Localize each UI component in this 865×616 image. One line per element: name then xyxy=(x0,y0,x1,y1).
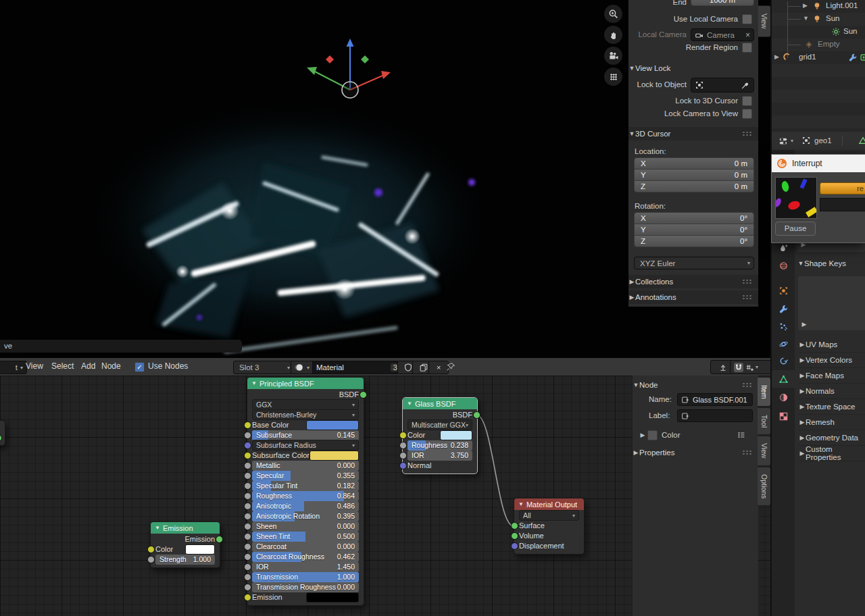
node-row-base-color[interactable]: Base Color xyxy=(252,420,359,430)
node-row-specular[interactable]: Specular0.355 xyxy=(252,471,359,480)
collections-panel-header[interactable]: ▶ Collections xyxy=(628,275,758,288)
node-row-subsurface[interactable]: Subsurface0.145 xyxy=(252,430,359,440)
socket-float[interactable] xyxy=(244,553,251,561)
outliner-label[interactable]: Sun xyxy=(826,14,839,22)
socket-color[interactable] xyxy=(147,546,155,553)
node-properties-panel-header[interactable]: ▶ Properties xyxy=(633,446,758,459)
outliner-item-light-001-0[interactable]: ▶Light.001 xyxy=(772,0,865,13)
socket-float[interactable] xyxy=(244,543,251,550)
view-lock-panel-header[interactable]: ▼ View Lock xyxy=(628,62,758,74)
node-material-output[interactable]: ▼Material OutputAll▾SurfaceVolumeDisplac… xyxy=(514,498,585,555)
node-row-all[interactable]: All▾ xyxy=(519,511,579,520)
caret-right-icon[interactable]: ▶ xyxy=(803,2,808,9)
socket-float[interactable] xyxy=(147,556,155,563)
lock-3d-cursor-checkbox[interactable] xyxy=(742,96,752,106)
socket-float[interactable] xyxy=(244,513,251,520)
panel-grip[interactable] xyxy=(742,382,753,388)
socket-float[interactable] xyxy=(244,523,251,530)
cursor-rotation-y-field[interactable]: Y0° xyxy=(634,224,754,236)
color-swatch[interactable] xyxy=(185,544,215,555)
node-row-specular-tint[interactable]: Specular Tint0.182 xyxy=(252,481,359,490)
node-row-sheen[interactable]: Sheen0.000 xyxy=(252,521,359,531)
cursor-rotation-x-field[interactable]: X0° xyxy=(634,212,754,224)
node-row-anisotropic-rotation[interactable]: Anisotropic Rotation0.395 xyxy=(252,511,359,521)
socket-float[interactable] xyxy=(244,573,251,581)
menu-add[interactable]: Add xyxy=(81,361,95,371)
3d-cursor-panel-header[interactable]: ▼ 3D Cursor xyxy=(628,127,758,140)
properties-tab-world[interactable] xyxy=(772,257,795,274)
annotations-panel-header[interactable]: ▶ Annotations xyxy=(628,290,758,304)
properties-tab-object-data[interactable] xyxy=(772,370,795,388)
node-glass-bsdf[interactable]: ▼Glass BSDFBSDFMultiscatter GGX▾ColorRou… xyxy=(402,397,478,474)
node-row-color[interactable]: Color xyxy=(155,544,215,554)
shape-keys-list[interactable]: ▶ xyxy=(797,276,865,331)
shape-keys-panel-header[interactable]: ▼ Shape Keys xyxy=(797,257,846,270)
outliner[interactable]: ▶Light.001▼SunSunEmpty▶grid1 xyxy=(772,0,865,132)
socket-vector[interactable] xyxy=(511,542,518,550)
magnet-icon[interactable] xyxy=(734,363,743,372)
socket-float[interactable] xyxy=(244,563,251,571)
outliner-item-grid1-4[interactable]: ▶grid1 xyxy=(772,51,865,64)
socket-float[interactable] xyxy=(244,462,251,469)
hand-gizmo-button[interactable] xyxy=(604,26,622,44)
node-header[interactable]: ▼Emission xyxy=(151,522,220,534)
node-row-ggx[interactable]: GGX▾ xyxy=(252,400,359,409)
axis-gizmo[interactable] xyxy=(297,36,405,103)
node-header[interactable]: ▼Glass BSDF xyxy=(403,398,477,409)
node-clipped[interactable] xyxy=(0,420,5,446)
panel-grip[interactable] xyxy=(742,450,753,455)
node-row-clearcoat[interactable]: Clearcoat0.000 xyxy=(252,542,359,551)
node-row-ior[interactable]: IOR3.750 xyxy=(407,451,472,460)
panel-uv-maps[interactable]: ▶UV Maps xyxy=(799,337,865,353)
socket-shader[interactable] xyxy=(0,434,2,442)
socket-color[interactable] xyxy=(399,432,407,439)
socket-shader[interactable] xyxy=(360,391,367,399)
chevron-down-icon[interactable]: ▾ xyxy=(756,364,758,370)
presets-list-icon[interactable] xyxy=(737,430,746,440)
socket-float[interactable] xyxy=(244,533,251,540)
node-row-anisotropic[interactable]: Anisotropic0.486 xyxy=(252,501,359,511)
panel-face-maps[interactable]: ▶Face Maps xyxy=(799,368,865,384)
interrupt-text-field[interactable] xyxy=(820,198,865,211)
outliner-item-empty-3[interactable]: Empty xyxy=(772,38,865,51)
socket-float[interactable] xyxy=(399,442,407,449)
unlink-icon[interactable]: × xyxy=(745,30,750,40)
outliner-item-sun-1[interactable]: ▼Sun xyxy=(772,13,865,26)
node-header[interactable]: ▼Material Output xyxy=(514,498,584,510)
zoom-gizmo-button[interactable] xyxy=(604,5,622,23)
sidebar-tab-tool[interactable]: Tool xyxy=(758,407,771,435)
menu-select[interactable]: Select xyxy=(51,361,74,371)
socket-shader[interactable] xyxy=(216,536,223,543)
color-swatch[interactable] xyxy=(310,451,359,461)
node-row-subsurface-radius[interactable]: Subsurface Radius▾ xyxy=(252,440,359,450)
cursor-location-x-field[interactable]: X0 m xyxy=(634,157,754,170)
shader-type-dropdown[interactable]: t ▾ xyxy=(0,361,27,374)
node-row-color[interactable]: Color xyxy=(407,430,472,440)
panel-grip[interactable] xyxy=(742,294,753,300)
cursor-location-z-field[interactable]: Z0 m xyxy=(634,180,754,192)
menu-node[interactable]: Node xyxy=(101,361,121,371)
socket-vector[interactable] xyxy=(399,462,407,469)
panel-normals[interactable]: ▶Normals xyxy=(799,384,865,399)
color-swatch[interactable] xyxy=(306,420,359,430)
wrench-icon[interactable] xyxy=(848,53,858,62)
node-label-field[interactable] xyxy=(677,409,753,422)
use-nodes-checkbox[interactable]: ✓ xyxy=(134,362,145,372)
properties-tab-modifiers[interactable] xyxy=(772,300,795,317)
socket-float[interactable] xyxy=(244,584,251,591)
node-row-transmission[interactable]: Transmission1.000 xyxy=(252,572,359,582)
end-field[interactable]: 1000 m xyxy=(691,0,754,6)
outliner-label[interactable]: Light.001 xyxy=(826,1,858,9)
socket-float[interactable] xyxy=(244,432,251,439)
eyedropper-icon[interactable] xyxy=(741,80,750,90)
outliner-item-sun-2[interactable]: Sun xyxy=(772,26,865,38)
camera-gizmo-button[interactable] xyxy=(604,47,622,65)
node-row-subsurface-color[interactable]: Subsurface Color xyxy=(252,451,359,460)
node-panel-header[interactable]: ▼ Node xyxy=(633,378,758,392)
snap-grid-icon[interactable] xyxy=(745,363,754,372)
panel-grip[interactable] xyxy=(742,279,753,284)
node-row-multiscatter-ggx[interactable]: Multiscatter GGX▾ xyxy=(407,420,472,430)
cursor-location-y-field[interactable]: Y0 m xyxy=(634,169,754,181)
panel-remesh[interactable]: ▶Remesh xyxy=(799,415,865,430)
outliner-label[interactable]: Sun xyxy=(843,27,857,35)
